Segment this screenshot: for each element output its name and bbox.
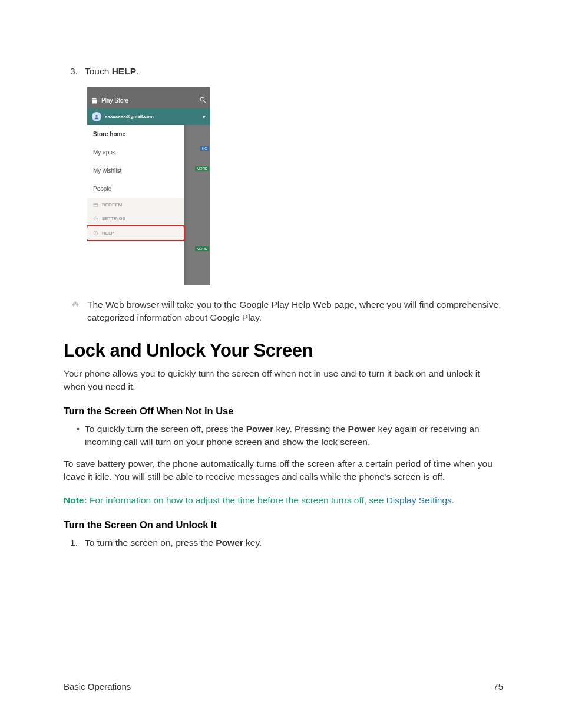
result-text: The Web browser will take you to the Goo… (87, 298, 503, 325)
badge: MORE (195, 246, 209, 251)
app-header: Play Store (87, 93, 210, 108)
square-bullet-icon: ■ (77, 423, 85, 449)
app-title: Play Store (101, 97, 128, 104)
svg-rect-4 (94, 203, 98, 204)
svg-point-0 (200, 97, 204, 101)
search-icon[interactable] (199, 96, 207, 105)
embedded-screenshot: Play Store xxxxxxxx@gmail.com ▾ NO MORE … (87, 87, 503, 285)
svg-point-5 (95, 218, 96, 219)
svg-rect-3 (94, 204, 98, 207)
drawer-item-my-apps[interactable]: My apps (87, 143, 184, 162)
note-text: For information on how to adjust the tim… (87, 495, 386, 505)
account-row[interactable]: xxxxxxxx@gmail.com ▾ (87, 108, 210, 125)
drawer-blank (87, 241, 184, 285)
step-text: Touch HELP. (85, 65, 138, 78)
gear-icon (93, 216, 98, 221)
nav-drawer: Store home My apps My wishlist People RE… (87, 125, 184, 285)
avatar-icon (92, 112, 101, 121)
help-icon: ? (93, 230, 98, 236)
subheading-turn-off: Turn the Screen Off When Not in Use (64, 406, 503, 417)
phone-mock: Play Store xxxxxxxx@gmail.com ▾ NO MORE … (87, 87, 210, 285)
badge: MORE (195, 166, 209, 171)
play-store-icon (91, 97, 98, 104)
drawer-item-help[interactable]: ? HELP (87, 225, 185, 241)
result-note: The Web browser will take you to the Goo… (64, 298, 503, 325)
step-3: 3. Touch HELP. (64, 65, 503, 78)
account-email: xxxxxxxx@gmail.com (105, 114, 154, 119)
gift-icon (93, 202, 98, 207)
svg-line-1 (204, 101, 206, 103)
status-bar (87, 87, 210, 93)
drawer-item-settings[interactable]: SETTINGS (87, 212, 184, 225)
page-footer: Basic Operations 75 (64, 681, 503, 691)
step-1: 1. To turn the screen on, press the Powe… (64, 536, 503, 549)
chevron-down-icon: ▾ (203, 114, 206, 120)
body-paragraph: To save battery power, the phone automat… (64, 457, 503, 484)
section-intro: Your phone allows you to quickly turn th… (64, 367, 503, 394)
drawer-item-redeem[interactable]: REDEEM (87, 198, 184, 212)
section-heading: Lock and Unlock Your Screen (64, 340, 503, 361)
diamond-bullet-icon (64, 298, 87, 325)
footer-section: Basic Operations (64, 681, 131, 691)
drawer-item-my-wishlist[interactable]: My wishlist (87, 162, 184, 180)
svg-point-2 (95, 114, 97, 116)
note: Note: For information on how to adjust t… (64, 494, 503, 507)
drawer-item-people[interactable]: People (87, 180, 184, 198)
badge: NO (200, 146, 209, 151)
subheading-turn-on: Turn the Screen On and Unlock It (64, 519, 503, 531)
drawer-item-store-home[interactable]: Store home (87, 125, 184, 143)
svg-text:?: ? (95, 232, 97, 235)
note-label: Note: (64, 495, 87, 505)
footer-page-number: 75 (493, 681, 503, 691)
bullet-item: ■ To quickly turn the screen off, press … (77, 423, 503, 449)
step-number: 3. (64, 65, 78, 78)
bullet-text: To quickly turn the screen off, press th… (85, 423, 503, 449)
display-settings-link[interactable]: Display Settings (386, 495, 452, 505)
step-number: 1. (64, 536, 78, 549)
step-text: To turn the screen on, press the Power k… (85, 536, 262, 549)
